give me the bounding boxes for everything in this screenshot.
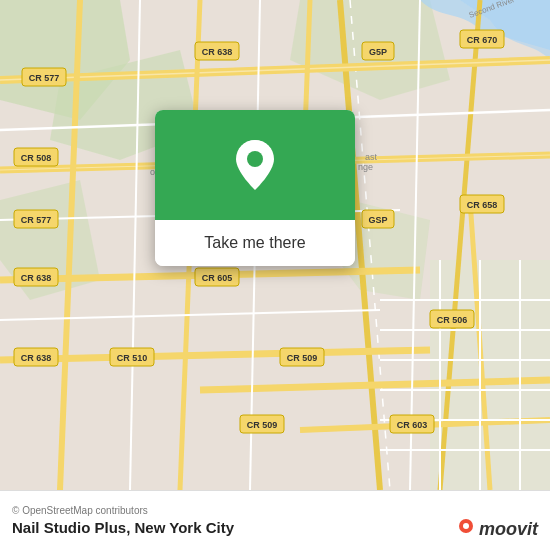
popup-green-area	[155, 110, 355, 220]
svg-text:CR 577: CR 577	[21, 215, 52, 225]
popup-card: Take me there	[155, 110, 355, 266]
moovit-text: moovit	[479, 519, 538, 540]
svg-text:CR 508: CR 508	[21, 153, 52, 163]
svg-text:CR 605: CR 605	[202, 273, 233, 283]
svg-text:CR 638: CR 638	[21, 353, 52, 363]
svg-text:CR 670: CR 670	[467, 35, 498, 45]
svg-text:nge: nge	[358, 162, 373, 172]
bottom-bar: © OpenStreetMap contributors Nail Studio…	[0, 490, 550, 550]
map-container: CR 577 CR 638 CR 670 G5P CR 508 CR 577 C…	[0, 0, 550, 490]
map-attribution: © OpenStreetMap contributors	[12, 505, 538, 516]
svg-text:CR 509: CR 509	[247, 420, 278, 430]
svg-text:CR 577: CR 577	[29, 73, 60, 83]
location-pin-icon	[233, 138, 277, 193]
moovit-icon	[455, 518, 477, 540]
svg-point-76	[463, 523, 469, 529]
svg-text:CR 638: CR 638	[21, 273, 52, 283]
svg-text:G5P: G5P	[369, 47, 387, 57]
svg-text:CR 638: CR 638	[202, 47, 233, 57]
moovit-logo: moovit	[455, 518, 538, 540]
svg-text:CR 510: CR 510	[117, 353, 148, 363]
svg-text:ast: ast	[365, 152, 378, 162]
svg-text:CR 603: CR 603	[397, 420, 428, 430]
svg-text:CR 509: CR 509	[287, 353, 318, 363]
take-me-there-button[interactable]: Take me there	[155, 220, 355, 266]
svg-text:CR 506: CR 506	[437, 315, 468, 325]
svg-text:GSP: GSP	[368, 215, 387, 225]
svg-text:CR 658: CR 658	[467, 200, 498, 210]
svg-point-74	[247, 151, 263, 167]
